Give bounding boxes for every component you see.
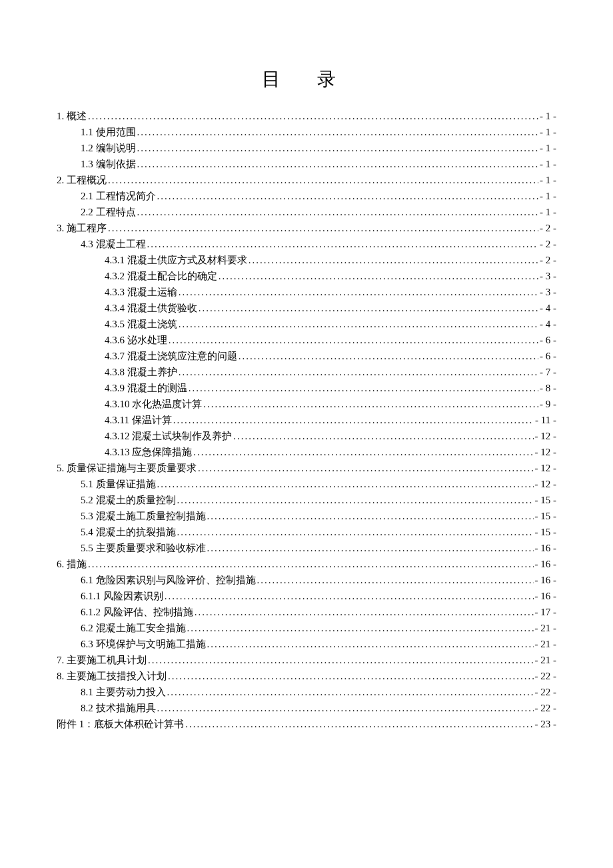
toc-leader-dots [137,140,539,156]
toc-entry-label: 8.1 主要劳动力投入 [81,684,166,700]
toc-entry-label: 6.1.1 风险因素识别 [81,588,163,604]
toc-entry-label: 4.3.4 混凝土供货验收 [105,300,197,316]
toc-entry-label: 1.1 使用范围 [81,124,136,140]
toc-entry: 4.3.4 混凝土供货验收- 4 - [57,300,556,316]
toc-leader-dots [203,396,538,412]
toc-entry-label: 1. 概述 [57,108,87,124]
toc-entry-label: 5.1 质量保证措施 [81,476,156,492]
toc-leader-dots [207,508,534,524]
toc-leader-dots [239,348,538,364]
toc-entry-label: 8.2 技术措施用具 [81,700,156,716]
toc-entry: 8.1 主要劳动力投入- 22 - [57,684,556,700]
toc-entry: 4.3.1 混凝土供应方式及材料要求- 2 - [57,252,556,268]
toc-entry-page: - 17 - [535,604,557,620]
toc-leader-dots [207,636,534,652]
toc-entry-label: 6.1.2 风险评估、控制措施 [81,604,193,620]
toc-entry-label: 3. 施工程序 [57,220,107,236]
toc-leader-dots [179,316,538,332]
toc-entry: 5. 质量保证措施与主要质量要求- 12 - [57,460,556,476]
toc-entry-label: 2.2 工程特点 [81,204,136,220]
toc-entry: 6.1 危险因素识别与风险评价、控制措施- 16 - [57,572,556,588]
toc-entry-page: - 6 - [540,348,556,364]
toc-entry: 4.3.10 水化热温度计算- 9 - [57,396,556,412]
toc-leader-dots [193,444,533,460]
toc-entry-label: 附件 1：底板大体积砼计算书 [57,716,184,732]
toc-entry-label: 4.3.6 泌水处理 [105,332,167,348]
toc-leader-dots [88,556,534,572]
toc-leader-dots [157,476,534,492]
toc-entry: 5.3 混凝土施工质量控制措施- 15 - [57,508,556,524]
toc-entry-page: - 21 - [535,636,557,652]
toc-entry-label: 6.1 危险因素识别与风险评价、控制措施 [81,572,256,588]
toc-entry-label: 4.3.7 混凝土浇筑应注意的问题 [105,348,237,364]
toc-entry-label: 4.3.11 保温计算 [105,412,172,428]
toc-leader-dots [108,220,538,236]
toc-entry-page: - 16 - [535,588,557,604]
toc-entry-page: - 3 - [540,268,556,284]
toc-entry: 1. 概述- 1 - [57,108,556,124]
toc-entry: 8.2 技术措施用具- 22 - [57,700,556,716]
toc-entry: 2. 工程概况- 1 - [57,172,556,188]
toc-entry-label: 4.3.2 混凝土配合比的确定 [105,268,217,284]
toc-entry-page: - 16 - [535,572,557,588]
toc-entry-page: - 21 - [535,620,557,636]
toc-entry-label: 4.3.1 混凝土供应方式及材料要求 [105,252,247,268]
toc-entry-page: - 12 - [535,476,557,492]
toc-leader-dots [147,236,539,252]
toc-entry-page: - 6 - [540,332,556,348]
toc-entry-label: 8. 主要施工技措投入计划 [57,668,167,684]
toc-entry: 8. 主要施工技措投入计划- 22 - [57,668,556,684]
toc-leader-dots [137,124,539,140]
toc-entry: 4.3.11 保温计算- 11 - [57,412,556,428]
toc-entry-page: - 2 - [540,236,556,252]
toc-entry: 4.3.9 混凝土的测温- 8 - [57,380,556,396]
toc-entry: 7. 主要施工机具计划- 21 - [57,652,556,668]
toc-entry-label: 6. 措施 [57,556,87,572]
toc-entry: 5.2 混凝土的质量控制- 15 - [57,492,556,508]
toc-leader-dots [108,172,538,188]
toc-leader-dots [173,412,534,428]
toc-leader-dots [137,156,539,172]
toc-entry-page: - 22 - [535,668,557,684]
toc-entry-label: 5.5 主要质量要求和验收标准 [81,540,206,556]
toc-entry: 6.1.2 风险评估、控制措施- 17 - [57,604,556,620]
toc-leader-dots [148,652,534,668]
toc-leader-dots [157,188,539,204]
toc-entry-page: - 1 - [540,108,556,124]
toc-list: 1. 概述- 1 -1.1 使用范围- 1 -1.2 编制说明- 1 -1.3 … [57,108,556,732]
toc-entry-page: - 2 - [540,220,556,236]
toc-entry-label: 5.2 混凝土的质量控制 [81,492,176,508]
toc-leader-dots [189,380,538,396]
toc-entry: 4.3.3 混凝土运输- 3 - [57,284,556,300]
toc-entry: 6.2 混凝土施工安全措施- 21 - [57,620,556,636]
toc-entry-page: - 16 - [535,540,557,556]
toc-entry-page: - 23 - [535,716,557,732]
toc-entry-page: - 21 - [535,652,557,668]
toc-entry: 2.2 工程特点- 1 - [57,204,556,220]
toc-entry-page: - 15 - [535,508,557,524]
toc-leader-dots [249,252,538,268]
toc-leader-dots [168,668,534,684]
toc-entry: 4.3.2 混凝土配合比的确定- 3 - [57,268,556,284]
toc-entry-page: - 8 - [540,380,556,396]
toc-entry-page: - 22 - [535,684,557,700]
toc-entry-label: 5.3 混凝土施工质量控制措施 [81,508,206,524]
toc-entry-label: 4.3.3 混凝土运输 [105,284,177,300]
toc-entry-page: - 7 - [540,364,556,380]
toc-entry: 1.2 编制说明- 1 - [57,140,556,156]
toc-leader-dots [167,684,534,700]
toc-entry-page: - 1 - [540,172,556,188]
toc-leader-dots [88,108,538,124]
toc-leader-dots [185,716,533,732]
toc-leader-dots [198,460,534,476]
toc-entry-page: - 1 - [540,124,556,140]
toc-leader-dots [179,364,538,380]
toc-entry-label: 2. 工程概况 [57,172,107,188]
toc-leader-dots [233,428,533,444]
toc-entry: 6. 措施- 16 - [57,556,556,572]
toc-entry-label: 1.3 编制依据 [81,156,136,172]
toc-leader-dots [187,620,534,636]
toc-entry-page: - 2 - [540,252,556,268]
toc-entry-page: - 22 - [535,700,557,716]
toc-entry-page: - 16 - [535,556,557,572]
